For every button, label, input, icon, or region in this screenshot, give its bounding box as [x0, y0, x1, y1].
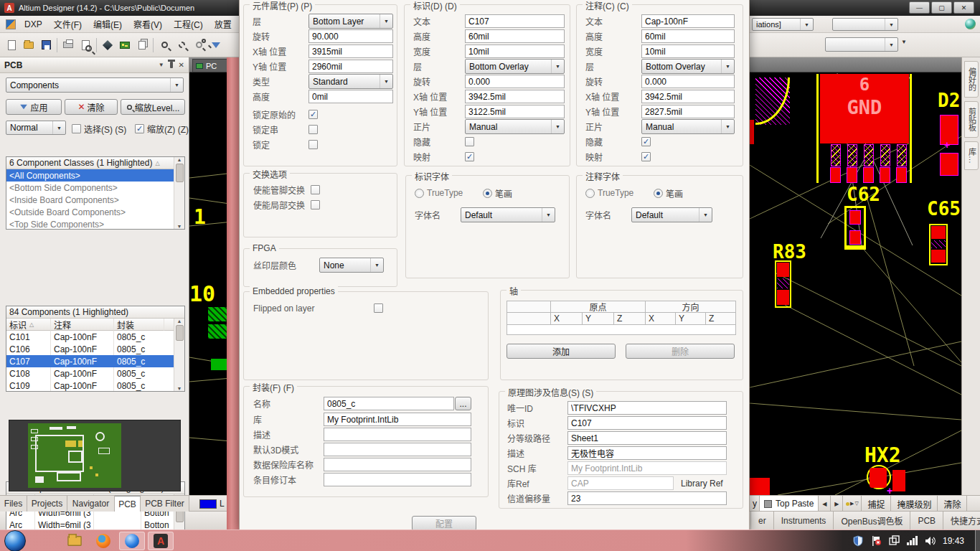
hierarchical-path-input[interactable] [567, 431, 727, 445]
panels-instruments[interactable]: Instruments [774, 512, 834, 529]
designator-y-input[interactable] [465, 105, 565, 118]
designator-layer-combo[interactable]: Bottom Overlay▼ [465, 59, 565, 74]
class-row-bottom[interactable]: <Bottom Side Components> [6, 182, 175, 194]
designator-width-input[interactable] [465, 44, 565, 58]
tab-pcb[interactable]: PCB [115, 496, 141, 512]
menu-project[interactable]: 工程(C) [168, 16, 209, 32]
comment-truetype-radio[interactable] [585, 189, 595, 198]
default-3d-model-input[interactable] [324, 443, 471, 456]
class-row-top[interactable]: <Top Side Components> [6, 218, 175, 230]
item-revision-input[interactable] [324, 473, 471, 486]
minimize-button[interactable]: — [909, 1, 930, 14]
class-row-outside[interactable]: <Outside Board Components> [6, 206, 175, 218]
designator-mirror-checkbox[interactable]: ✓ [465, 152, 474, 161]
lock-primitives-checkbox[interactable]: ✓ [308, 110, 318, 119]
x-position-input[interactable] [308, 44, 393, 58]
dxp-sphere-icon[interactable] [965, 19, 976, 29]
configure-button[interactable]: 配置 [412, 516, 476, 531]
close-button[interactable]: ✕ [953, 1, 974, 14]
tab-pcb-filter[interactable]: PCB Filter [141, 496, 189, 512]
highlight-mode-combo[interactable]: Normal ▼ [6, 121, 66, 135]
y-position-input[interactable] [308, 60, 393, 73]
panels-shortcuts[interactable]: 快捷方式 [943, 512, 980, 529]
designator-x-input[interactable] [465, 90, 565, 103]
dock-tab-favorites[interactable]: 偏好的 [964, 61, 979, 98]
open-file-icon[interactable] [20, 36, 37, 55]
footprint-browse-button[interactable]: ... [455, 397, 471, 410]
board-view-icon[interactable] [116, 36, 133, 55]
menu-view[interactable]: 察看(V) [128, 16, 168, 32]
tab-files[interactable]: Files [0, 496, 27, 512]
select-option[interactable]: 选择(S) (S) [72, 123, 126, 135]
tab-navigator[interactable]: Navigator [67, 496, 115, 512]
layer-tab-top-paste[interactable]: Top Paste [760, 496, 819, 512]
dock-tab-clipboard[interactable]: 剪贴板 [964, 101, 979, 138]
menu-place[interactable]: 放置 [209, 16, 237, 32]
panel-pin-icon[interactable] [170, 62, 173, 68]
sch-description-input[interactable] [567, 446, 727, 460]
rotation-input[interactable] [308, 29, 393, 43]
select-checkbox[interactable] [72, 124, 81, 133]
panel-browser-combo[interactable]: Components ▼ [6, 77, 184, 93]
footprint-library-input[interactable] [324, 413, 471, 426]
print-preview-icon[interactable] [77, 36, 94, 55]
tab-projects[interactable]: Projects [27, 496, 67, 512]
layer-filter-icon[interactable]: ▶▽ [843, 496, 862, 512]
gem-icon[interactable] [99, 36, 116, 55]
zoom-fit-icon[interactable] [156, 36, 173, 55]
designator-autoposition-combo[interactable]: Manual▼ [465, 119, 565, 134]
panel-menu-icon[interactable]: ▼ [159, 62, 164, 68]
network-signal-icon[interactable] [906, 536, 918, 546]
channel-offset-input[interactable] [567, 491, 727, 505]
comment-rotation-input[interactable] [641, 75, 735, 88]
zoom-area-icon[interactable] [173, 36, 190, 55]
components-scrollbar[interactable]: ▲▼ [174, 319, 184, 391]
class-row-all[interactable]: <All Components> [6, 169, 175, 182]
unique-id-input[interactable] [567, 401, 727, 415]
volume-icon[interactable] [925, 536, 936, 546]
action-center-flag-icon[interactable] [870, 535, 882, 547]
classes-scrollbar[interactable]: ▲▼ [174, 157, 184, 229]
taskbar-browser-icon[interactable] [119, 532, 145, 550]
designator-stroke-radio[interactable] [483, 189, 492, 198]
col-designator[interactable]: 标识△ [6, 319, 51, 331]
component-row[interactable]: C109Cap-100nF0805_c [6, 380, 184, 392]
clock[interactable]: 19:43 [943, 536, 964, 546]
axes-remove-button[interactable]: 删除 [626, 344, 735, 359]
comment-autoposition-combo[interactable]: Manual▼ [641, 119, 735, 134]
layer-scroll-right[interactable]: ▶ [831, 496, 843, 512]
new-document-icon[interactable] [3, 36, 20, 55]
col-footprint[interactable]: 封装 [114, 319, 164, 331]
zoom-level-button[interactable]: 缩放Level... [121, 99, 185, 115]
zoom-checkbox[interactable]: ✓ [135, 124, 144, 133]
designator-hide-checkbox[interactable] [465, 137, 474, 146]
variant-combo[interactable]: iations] ▼ [752, 18, 814, 31]
save-icon[interactable] [37, 36, 55, 55]
designator-text-input[interactable] [465, 14, 565, 28]
comment-y-input[interactable] [641, 105, 735, 118]
taskbar-explorer-icon[interactable] [62, 532, 88, 550]
panels-openbus[interactable]: OpenBus调色板 [834, 512, 910, 529]
flipped-on-layer-checkbox[interactable] [374, 303, 383, 313]
comment-stroke-radio[interactable] [654, 189, 663, 198]
component-row[interactable]: C106Cap-100nF0805_c [6, 343, 184, 355]
zoom-selection-icon[interactable] [190, 36, 207, 55]
comment-height-input[interactable] [641, 29, 735, 43]
secondary-combo[interactable]: ▼ [832, 18, 898, 31]
lock-strings-checkbox[interactable] [308, 125, 318, 134]
print-icon[interactable] [60, 36, 77, 55]
sch-designator-input[interactable] [567, 416, 727, 430]
show-desktop-button[interactable] [975, 530, 980, 551]
designator-font-combo[interactable]: Default▼ [461, 207, 555, 222]
panel-close-icon[interactable]: ✕ [179, 61, 184, 69]
comment-font-combo[interactable]: Default▼ [631, 207, 712, 222]
clipboard-window-icon[interactable] [888, 535, 900, 547]
mask-level-button[interactable]: 掩膜级别 [891, 496, 938, 512]
class-row-inside[interactable]: <Inside Board Components> [6, 194, 175, 206]
footprint-description-input[interactable] [324, 428, 471, 441]
security-shield-icon[interactable] [852, 535, 864, 547]
enable-part-swap-checkbox[interactable] [311, 200, 320, 209]
start-button[interactable] [4, 530, 26, 551]
maximize-button[interactable]: ▢ [931, 1, 952, 14]
comment-x-input[interactable] [641, 90, 735, 103]
